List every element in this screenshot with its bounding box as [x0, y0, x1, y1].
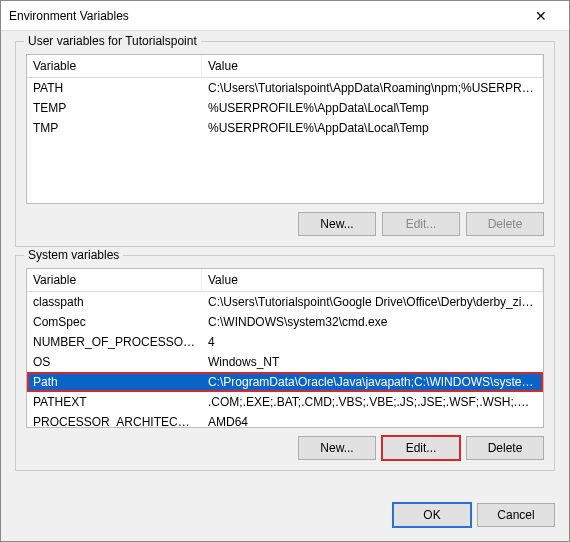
system-row-variable: Path — [27, 372, 202, 392]
close-icon: ✕ — [535, 8, 547, 24]
system-row[interactable]: PATHEXT.COM;.EXE;.BAT;.CMD;.VBS;.VBE;.JS… — [27, 392, 543, 412]
system-row-value: 4 — [202, 332, 543, 352]
env-vars-window: Environment Variables ✕ User variables f… — [0, 0, 570, 542]
system-row-value: C:\ProgramData\Oracle\Java\javapath;C:\W… — [202, 372, 543, 392]
user-row-variable: TMP — [27, 118, 202, 138]
system-row-variable: PATHEXT — [27, 392, 202, 412]
system-variables-list[interactable]: Variable Value classpathC:\Users\Tutoria… — [26, 268, 544, 428]
user-row[interactable]: TEMP%USERPROFILE%\AppData\Local\Temp — [27, 98, 543, 118]
user-edit-button[interactable]: Edit... — [382, 212, 460, 236]
system-list-header: Variable Value — [27, 269, 543, 292]
dialog-footer: OK Cancel — [1, 493, 569, 541]
user-row-value: C:\Users\Tutorialspoint\AppData\Roaming\… — [202, 78, 543, 98]
user-delete-button[interactable]: Delete — [466, 212, 544, 236]
system-row[interactable]: classpathC:\Users\Tutorialspoint\Google … — [27, 292, 543, 312]
system-row[interactable]: PROCESSOR_ARCHITECTUREAMD64 — [27, 412, 543, 428]
user-variables-group: User variables for Tutorialspoint Variab… — [15, 41, 555, 247]
system-row-variable: OS — [27, 352, 202, 372]
system-row-variable: ComSpec — [27, 312, 202, 332]
user-header-variable[interactable]: Variable — [27, 55, 202, 77]
user-row[interactable]: TMP%USERPROFILE%\AppData\Local\Temp — [27, 118, 543, 138]
ok-button[interactable]: OK — [393, 503, 471, 527]
system-header-variable[interactable]: Variable — [27, 269, 202, 291]
system-button-row: New... Edit... Delete — [26, 436, 544, 460]
close-button[interactable]: ✕ — [521, 2, 561, 30]
system-edit-button[interactable]: Edit... — [382, 436, 460, 460]
system-row[interactable]: PathC:\ProgramData\Oracle\Java\javapath;… — [27, 372, 543, 392]
system-group-title: System variables — [24, 248, 123, 262]
system-row-variable: PROCESSOR_ARCHITECTURE — [27, 412, 202, 428]
user-header-value[interactable]: Value — [202, 55, 543, 77]
user-variables-list[interactable]: Variable Value PATHC:\Users\Tutorialspoi… — [26, 54, 544, 204]
system-row-value: C:\WINDOWS\system32\cmd.exe — [202, 312, 543, 332]
user-button-row: New... Edit... Delete — [26, 212, 544, 236]
system-row[interactable]: OSWindows_NT — [27, 352, 543, 372]
system-row-value: .COM;.EXE;.BAT;.CMD;.VBS;.VBE;.JS;.JSE;.… — [202, 392, 543, 412]
user-row-variable: PATH — [27, 78, 202, 98]
user-group-title: User variables for Tutorialspoint — [24, 34, 201, 48]
system-new-button[interactable]: New... — [298, 436, 376, 460]
system-row-value: AMD64 — [202, 412, 543, 428]
user-row-value: %USERPROFILE%\AppData\Local\Temp — [202, 98, 543, 118]
user-row-variable: TEMP — [27, 98, 202, 118]
user-list-header: Variable Value — [27, 55, 543, 78]
user-row[interactable]: PATHC:\Users\Tutorialspoint\AppData\Roam… — [27, 78, 543, 98]
system-header-value[interactable]: Value — [202, 269, 543, 291]
system-row-variable: NUMBER_OF_PROCESSORS — [27, 332, 202, 352]
system-row[interactable]: ComSpecC:\WINDOWS\system32\cmd.exe — [27, 312, 543, 332]
user-new-button[interactable]: New... — [298, 212, 376, 236]
window-title: Environment Variables — [9, 9, 521, 23]
cancel-button[interactable]: Cancel — [477, 503, 555, 527]
system-row-value: Windows_NT — [202, 352, 543, 372]
system-variables-group: System variables Variable Value classpat… — [15, 255, 555, 471]
content-area: User variables for Tutorialspoint Variab… — [1, 31, 569, 493]
system-row-variable: classpath — [27, 292, 202, 312]
user-row-value: %USERPROFILE%\AppData\Local\Temp — [202, 118, 543, 138]
titlebar: Environment Variables ✕ — [1, 1, 569, 31]
system-row[interactable]: NUMBER_OF_PROCESSORS4 — [27, 332, 543, 352]
system-row-value: C:\Users\Tutorialspoint\Google Drive\Off… — [202, 292, 543, 312]
system-delete-button[interactable]: Delete — [466, 436, 544, 460]
